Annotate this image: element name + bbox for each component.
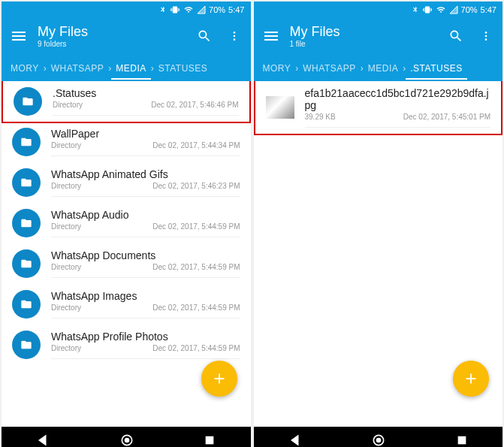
svg-rect-5 bbox=[206, 436, 214, 445]
item-type: Directory bbox=[51, 222, 81, 231]
folder-icon bbox=[14, 87, 42, 116]
file-list: efa1b21aacecc1d5bc1d721e292b9dfa.jpg39.2… bbox=[254, 81, 503, 427]
chevron-right-icon: › bbox=[108, 63, 111, 74]
folder-icon bbox=[12, 290, 41, 319]
file-date: Dec 02, 2017, 5:45:01 PM bbox=[403, 113, 490, 121]
folder-icon bbox=[12, 168, 41, 197]
menu-icon[interactable] bbox=[264, 32, 278, 41]
folder-row[interactable]: WhatsApp ImagesDirectoryDec 02, 2017, 5:… bbox=[2, 284, 251, 325]
folder-name: WhatsApp Audio bbox=[51, 209, 240, 221]
svg-point-8 bbox=[485, 38, 487, 41]
item-type: Directory bbox=[51, 182, 81, 190]
file-thumbnail bbox=[266, 96, 294, 119]
item-date: Dec 02, 2017, 5:44:59 PM bbox=[152, 263, 240, 271]
folder-row[interactable]: WhatsApp DocumentsDirectoryDec 02, 2017,… bbox=[2, 243, 251, 284]
search-icon[interactable] bbox=[448, 29, 463, 44]
app-title-block: My Files 9 folders bbox=[38, 24, 197, 48]
item-type: Directory bbox=[51, 344, 81, 352]
wifi-icon bbox=[436, 5, 446, 14]
fab-add-button[interactable] bbox=[201, 361, 237, 397]
time-text: 5:47 bbox=[228, 5, 244, 14]
folder-name: WhatsApp Documents bbox=[51, 249, 240, 261]
wifi-icon bbox=[183, 5, 194, 14]
nav-bar bbox=[2, 427, 251, 447]
battery-text: 70% bbox=[209, 5, 225, 14]
breadcrumb-item[interactable]: MEDIA bbox=[111, 57, 151, 80]
breadcrumb-item[interactable]: MEDIA bbox=[364, 63, 403, 74]
app-title: My Files bbox=[38, 24, 197, 40]
folder-row[interactable]: .StatusesDirectoryDec 02, 2017, 5:46:46 … bbox=[2, 81, 251, 123]
more-icon[interactable] bbox=[228, 29, 240, 44]
phone-left: 70% 5:47 My Files 9 folders MORY›WHATSAP… bbox=[2, 2, 251, 447]
breadcrumb-item[interactable]: WHATSAPP bbox=[298, 63, 360, 74]
app-subtitle: 1 file bbox=[290, 40, 449, 48]
breadcrumb: MORY›WHATSAPP›MEDIA›.STATUSES bbox=[254, 56, 503, 81]
signal-icon bbox=[197, 5, 206, 14]
item-date: Dec 02, 2017, 5:44:34 PM bbox=[152, 141, 240, 150]
item-type: Directory bbox=[51, 263, 81, 271]
svg-point-2 bbox=[233, 38, 235, 41]
folder-icon bbox=[12, 249, 41, 278]
svg-point-6 bbox=[485, 32, 487, 34]
item-type: Directory bbox=[53, 101, 83, 109]
app-title: My Files bbox=[290, 24, 449, 40]
svg-point-7 bbox=[485, 35, 487, 38]
folder-name: WhatsApp Animated Gifs bbox=[51, 168, 240, 180]
nav-bar bbox=[254, 427, 503, 447]
folder-row[interactable]: WallPaperDirectoryDec 02, 2017, 5:44:34 … bbox=[2, 122, 251, 162]
folder-row[interactable]: WhatsApp Profile PhotosDirectoryDec 02, … bbox=[2, 325, 251, 365]
file-size: 39.29 KB bbox=[305, 113, 336, 121]
breadcrumb-item[interactable]: STATUSES bbox=[154, 63, 213, 74]
bluetooth-icon bbox=[159, 5, 167, 14]
home-button[interactable] bbox=[119, 433, 134, 447]
status-bar: 70% 5:47 bbox=[254, 2, 503, 18]
item-type: Directory bbox=[51, 304, 81, 312]
vibrate-icon bbox=[422, 5, 433, 14]
breadcrumb: MORY›WHATSAPP›MEDIA›STATUSES bbox=[2, 56, 251, 81]
back-button[interactable] bbox=[36, 433, 50, 447]
file-list: .StatusesDirectoryDec 02, 2017, 5:46:46 … bbox=[2, 81, 251, 427]
file-row[interactable]: efa1b21aacecc1d5bc1d721e292b9dfa.jpg39.2… bbox=[254, 81, 503, 135]
time-text: 5:47 bbox=[481, 5, 496, 14]
chevron-right-icon: › bbox=[403, 63, 406, 74]
home-button[interactable] bbox=[371, 433, 386, 447]
breadcrumb-item[interactable]: MORY bbox=[258, 63, 296, 74]
recent-button[interactable] bbox=[204, 434, 216, 446]
phone-right: 70% 5:47 My Files 1 file MORY›WHATSAPP›M… bbox=[254, 2, 503, 447]
recent-button[interactable] bbox=[456, 434, 468, 446]
breadcrumb-item[interactable]: .STATUSES bbox=[406, 57, 466, 80]
folder-row[interactable]: WhatsApp Animated GifsDirectoryDec 02, 2… bbox=[2, 162, 251, 203]
folder-name: WhatsApp Profile Photos bbox=[51, 331, 240, 343]
breadcrumb-item[interactable]: WHATSAPP bbox=[47, 63, 108, 74]
bluetooth-icon bbox=[412, 5, 419, 14]
item-date: Dec 02, 2017, 5:46:46 PM bbox=[151, 101, 238, 109]
folder-name: .Statuses bbox=[53, 87, 239, 99]
item-type: Directory bbox=[51, 141, 81, 150]
svg-point-10 bbox=[376, 438, 382, 443]
svg-point-0 bbox=[233, 32, 235, 34]
fab-add-button[interactable] bbox=[453, 361, 489, 397]
battery-text: 70% bbox=[461, 5, 478, 14]
vibrate-icon bbox=[170, 5, 180, 14]
svg-point-1 bbox=[233, 35, 235, 38]
search-icon[interactable] bbox=[197, 29, 212, 44]
app-bar: My Files 9 folders bbox=[2, 18, 251, 56]
folder-icon bbox=[12, 128, 41, 156]
back-button[interactable] bbox=[288, 433, 302, 447]
item-date: Dec 02, 2017, 5:44:59 PM bbox=[152, 344, 240, 352]
menu-icon[interactable] bbox=[12, 32, 26, 41]
more-icon[interactable] bbox=[480, 29, 492, 44]
item-date: Dec 02, 2017, 5:46:23 PM bbox=[152, 182, 240, 190]
folder-name: WallPaper bbox=[51, 128, 240, 140]
item-date: Dec 02, 2017, 5:44:59 PM bbox=[152, 222, 240, 231]
file-name: efa1b21aacecc1d5bc1d721e292b9dfa.jpg bbox=[305, 87, 491, 111]
folder-icon bbox=[12, 209, 41, 237]
breadcrumb-item[interactable]: MORY bbox=[6, 63, 44, 74]
item-date: Dec 02, 2017, 5:44:59 PM bbox=[152, 304, 240, 312]
signal-icon bbox=[449, 5, 458, 14]
status-bar: 70% 5:47 bbox=[2, 2, 251, 18]
app-title-block: My Files 1 file bbox=[290, 24, 449, 48]
app-bar: My Files 1 file bbox=[254, 18, 503, 56]
folder-icon bbox=[12, 331, 41, 359]
folder-row[interactable]: WhatsApp AudioDirectoryDec 02, 2017, 5:4… bbox=[2, 203, 251, 243]
